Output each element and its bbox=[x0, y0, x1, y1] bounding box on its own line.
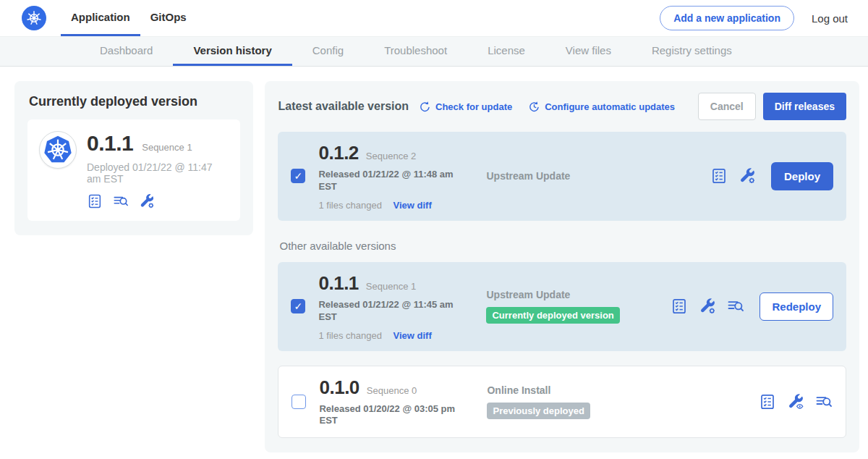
source-type-label: Online Install bbox=[487, 384, 671, 396]
tab-view-files[interactable]: View files bbox=[545, 37, 631, 66]
tab-registry-settings[interactable]: Registry settings bbox=[631, 37, 752, 66]
deployed-sequence: Sequence 1 bbox=[142, 142, 192, 153]
version-number: 0.1.0 bbox=[319, 376, 359, 399]
deploy-button[interactable]: Deploy bbox=[771, 162, 833, 190]
other-versions-heading: Other available versions bbox=[279, 240, 845, 252]
tab-config[interactable]: Config bbox=[292, 37, 364, 66]
config-wrench-icon[interactable] bbox=[139, 193, 155, 209]
sequence-label: Sequence 2 bbox=[366, 151, 416, 161]
deployed-timestamp: Deployed 01/21/22 @ 11:47 am EST bbox=[87, 161, 229, 185]
clock-refresh-icon bbox=[528, 101, 540, 113]
currently-deployed-card: Currently deployed version 0.1.1 Sequenc… bbox=[14, 81, 253, 235]
view-diff-link[interactable]: View diff bbox=[393, 200, 432, 211]
tab-troubleshoot[interactable]: Troubleshoot bbox=[364, 37, 467, 66]
released-timestamp: Released 01/21/22 @ 11:45 am EST bbox=[318, 299, 456, 324]
panel-title: Latest available version bbox=[278, 100, 409, 113]
app-icon bbox=[39, 131, 77, 169]
files-changed-label: 1 files changed bbox=[318, 200, 381, 211]
version-number: 0.1.2 bbox=[318, 142, 358, 164]
config-wrench-icon[interactable] bbox=[699, 298, 716, 315]
tab-version-history[interactable]: Version history bbox=[173, 37, 292, 66]
logs-icon[interactable] bbox=[815, 393, 833, 410]
main-content: Currently deployed version 0.1.1 Sequenc… bbox=[0, 67, 868, 459]
tab-license[interactable]: License bbox=[467, 37, 545, 66]
release-notes-icon[interactable] bbox=[710, 167, 728, 185]
check-for-update-label: Check for update bbox=[435, 101, 512, 112]
refresh-icon bbox=[419, 101, 431, 113]
kubernetes-logo bbox=[22, 6, 46, 30]
cancel-button[interactable]: Cancel bbox=[698, 93, 756, 120]
version-row-0-1-0: 0.1.0 Sequence 0 Released 01/20/22 @ 03:… bbox=[278, 366, 846, 439]
previously-deployed-badge: Previously deployed bbox=[487, 403, 590, 419]
released-timestamp: Released 01/21/22 @ 11:48 am EST bbox=[318, 169, 456, 193]
version-checkbox[interactable] bbox=[292, 395, 306, 409]
configure-auto-updates-link[interactable]: Configure automatic updates bbox=[528, 101, 675, 113]
deployed-card-title: Currently deployed version bbox=[29, 94, 240, 109]
sequence-label: Sequence 1 bbox=[366, 281, 416, 292]
check-for-update-link[interactable]: Check for update bbox=[419, 101, 512, 113]
released-timestamp: Released 01/20/22 @ 03:05 pm EST bbox=[319, 403, 456, 428]
diff-releases-button[interactable]: Diff releases bbox=[763, 93, 846, 120]
release-notes-icon[interactable] bbox=[87, 193, 103, 209]
source-type-label: Upstream Update bbox=[486, 289, 671, 300]
version-checkbox[interactable] bbox=[291, 169, 305, 183]
version-number: 0.1.1 bbox=[318, 272, 358, 295]
deployed-version-card: 0.1.1 Sequence 1 Deployed 01/21/22 @ 11:… bbox=[27, 119, 240, 221]
tab-dashboard[interactable]: Dashboard bbox=[80, 37, 173, 66]
redeploy-button[interactable]: Redeploy bbox=[760, 292, 833, 321]
release-notes-icon[interactable] bbox=[671, 298, 688, 315]
currently-deployed-badge: Currently deployed version bbox=[486, 307, 619, 324]
source-type-label: Upstream Update bbox=[486, 170, 671, 182]
logout-link[interactable]: Log out bbox=[812, 12, 848, 25]
app-sub-nav: Dashboard Version history Config Trouble… bbox=[0, 36, 868, 67]
logs-icon[interactable] bbox=[727, 298, 744, 315]
files-changed-label: 1 files changed bbox=[318, 330, 381, 341]
version-row-0-1-2: 0.1.2 Sequence 2 Released 01/21/22 @ 11:… bbox=[278, 132, 846, 221]
version-row-0-1-1: 0.1.1 Sequence 1 Released 01/21/22 @ 11:… bbox=[278, 262, 846, 351]
top-nav: Application GitOps Add a new application… bbox=[0, 0, 868, 36]
deployed-version-number: 0.1.1 bbox=[87, 131, 133, 156]
top-tab-application[interactable]: Application bbox=[61, 0, 140, 36]
version-checkbox[interactable] bbox=[291, 299, 305, 313]
release-notes-icon[interactable] bbox=[759, 393, 776, 410]
configure-auto-updates-label: Configure automatic updates bbox=[545, 101, 675, 112]
add-application-button[interactable]: Add a new application bbox=[660, 6, 794, 30]
config-wrench-icon[interactable] bbox=[739, 167, 756, 185]
sequence-label: Sequence 0 bbox=[367, 385, 417, 396]
version-history-panel: Latest available version Check for updat… bbox=[265, 81, 859, 452]
config-view-icon[interactable] bbox=[787, 393, 804, 410]
top-tab-gitops[interactable]: GitOps bbox=[140, 0, 197, 36]
logs-icon[interactable] bbox=[113, 193, 129, 209]
view-diff-link[interactable]: View diff bbox=[393, 330, 432, 341]
